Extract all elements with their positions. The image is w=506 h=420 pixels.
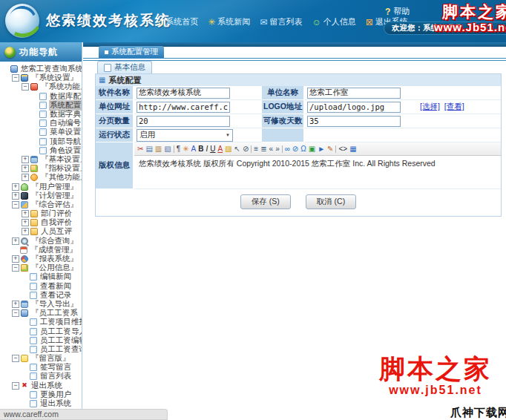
logo-path-input[interactable] <box>307 102 401 113</box>
link-icon[interactable]: ∞ <box>285 145 290 153</box>
image-icon[interactable]: ▣ <box>309 145 315 153</box>
syswin-icon <box>21 74 28 82</box>
paste-word-icon[interactable]: ▧ <box>164 145 171 153</box>
tree-expander-icon[interactable]: + <box>22 174 29 181</box>
window-tab-label: 系统配置管理 <box>111 47 158 57</box>
underline-icon[interactable]: U <box>210 145 215 153</box>
tree-expander-icon[interactable]: + <box>22 210 29 217</box>
logo-path-label: LOGO地址 <box>262 100 305 114</box>
tree-expander-icon[interactable]: + <box>12 192 19 200</box>
window-tab-system-config[interactable]: 系统配置管理 <box>99 46 164 58</box>
outdent-icon[interactable]: « <box>269 145 274 153</box>
tree-expander-icon[interactable]: + <box>22 165 29 172</box>
eval-icon <box>21 201 28 209</box>
page-icon <box>30 364 37 371</box>
sidebar: 功能导航 悠索工资查询系统−『系统设置』−『系统功能』数据库配置系统配置数据字典… <box>0 42 82 410</box>
tree-expander-icon[interactable]: + <box>12 255 19 263</box>
view-link[interactable]: [查看] <box>444 102 464 112</box>
page-size-input[interactable] <box>137 116 230 127</box>
nav-item-1[interactable]: ⌂系统首页 <box>158 16 198 27</box>
tree-expander-icon[interactable]: + <box>22 228 29 235</box>
form-row: 软件名称 单位名称 <box>96 86 501 100</box>
unordered-list-icon[interactable]: ≡ <box>254 145 258 153</box>
font-size-icon[interactable]: A <box>191 145 197 153</box>
run-status-value: 启用 <box>139 130 155 140</box>
unit-url-label: 单位网址 <box>96 100 134 114</box>
unit-name-input[interactable] <box>307 88 401 99</box>
tree-expander-icon[interactable]: + <box>12 183 19 191</box>
grid-icon: ▦ <box>99 76 105 84</box>
save-button[interactable]: 保存 (S) <box>240 194 291 209</box>
help-button[interactable]: ? 帮助 <box>385 6 410 17</box>
toolbar-divider <box>282 145 283 153</box>
special-char-icon[interactable]: ¶ <box>177 145 180 153</box>
software-name-input[interactable] <box>137 88 230 99</box>
unit-url-input[interactable] <box>137 102 230 113</box>
tab-basic-info[interactable]: 基本信息 <box>97 61 152 73</box>
anchor-icon[interactable]: Ω <box>300 145 306 153</box>
highlight-icon[interactable]: ▨ <box>225 145 231 153</box>
cut-icon[interactable]: ✂ <box>137 145 143 153</box>
ordered-list-icon[interactable]: ≣ <box>260 145 266 153</box>
header-bar: 悠索绩效考核系统 ⌂系统首页✳系统新闻✉留言列表☺个人信息⊠退出系统 ? 帮助 … <box>0 0 506 42</box>
editor-content[interactable]: 悠索绩效考核系统 版权所有 Copyright 2010-2015 悠索工作室 … <box>134 156 501 188</box>
folder-icon <box>30 219 38 226</box>
eraser-icon[interactable]: ⊘ <box>243 145 249 153</box>
toolbar-divider <box>174 145 174 153</box>
calendar-icon <box>20 246 27 254</box>
paste-icon[interactable]: ▥ <box>155 145 162 153</box>
run-status-select[interactable]: 启用 ▼ <box>137 129 233 142</box>
italic-icon[interactable]: I <box>206 145 208 153</box>
nav-item-4[interactable]: ☺个人信息 <box>312 16 355 27</box>
tree-expander-icon[interactable]: − <box>12 264 19 272</box>
win-icon <box>30 156 38 163</box>
page-icon <box>39 138 47 145</box>
page-icon <box>30 373 37 380</box>
tree-expander-icon[interactable]: + <box>12 237 19 245</box>
copy-icon[interactable]: ▤ <box>145 145 152 153</box>
tree-expander-icon[interactable]: − <box>22 83 29 91</box>
tree-expander-icon[interactable]: − <box>12 74 19 82</box>
indent-icon[interactable]: » <box>275 145 280 153</box>
rich-text-editor: ✂▤▥▧¶✳ABIUA▨↖⊘≡≣«»∞⊘Ω▣►✎<>▦ 悠索绩效考核系统 版权所… <box>134 142 501 189</box>
notes-icon <box>21 355 28 362</box>
tree-expander-icon[interactable]: − <box>12 382 19 390</box>
editable-days-input[interactable] <box>307 116 401 127</box>
page-icon <box>30 292 37 299</box>
tree-expander-icon[interactable]: − <box>12 355 19 362</box>
font-color-icon[interactable]: A <box>217 145 223 153</box>
page-icon <box>30 318 37 326</box>
navigation-tree: 悠索工资查询系统−『系统设置』−『系统功能』数据库配置系统配置数据字典自动编号菜… <box>0 62 82 408</box>
tree-item[interactable]: 退出系统 <box>0 399 82 408</box>
user-icon <box>21 183 28 191</box>
sidebar-title: 功能导航 <box>19 46 58 59</box>
media-icon[interactable]: ► <box>318 145 325 153</box>
unlink-icon[interactable]: ⊘ <box>292 145 298 153</box>
tree-expander-icon[interactable]: + <box>12 301 19 308</box>
nav-item-3[interactable]: ✉留言列表 <box>260 16 302 27</box>
tree-expander-icon[interactable]: + <box>22 156 29 163</box>
nav-item-2[interactable]: ✳系统新闻 <box>208 16 250 27</box>
watermark-center: 脚本之家 www.jb51.net <box>372 355 499 397</box>
search-icon <box>21 237 28 245</box>
status-url-bubble: www.careff.com <box>0 409 168 420</box>
sidebar-header: 功能导航 <box>0 42 82 62</box>
bold-icon[interactable]: B <box>198 145 203 153</box>
nav-item-label: 留言列表 <box>269 16 302 27</box>
select-icon[interactable]: ↖ <box>234 145 240 153</box>
cancel-button[interactable]: 取消 (C) <box>306 194 357 209</box>
quick-format-icon[interactable]: ✳ <box>183 145 188 153</box>
app-title: 悠索绩效考核系统 <box>46 11 171 30</box>
edit-icon[interactable]: ✎ <box>327 145 333 153</box>
table-icon[interactable]: ▦ <box>349 145 356 153</box>
form-row: 单位网址 LOGO地址 [选择] [查看] <box>96 100 501 114</box>
tree-expander-icon[interactable]: − <box>12 309 19 317</box>
top-nav: ⌂系统首页✳系统新闻✉留言列表☺个人信息⊠退出系统 <box>158 16 408 27</box>
tree-expander-icon[interactable]: + <box>22 219 29 226</box>
choose-link[interactable]: [选择] <box>420 102 440 112</box>
code-icon[interactable]: <> <box>338 145 347 153</box>
content-panel: ▦ 系统配置 软件名称 单位名称 单位网址 LOGO地址 [选择] [查看] 分… <box>95 73 502 217</box>
page-icon <box>30 328 37 335</box>
unit-name-label: 单位名称 <box>262 86 305 100</box>
tree-expander-icon[interactable]: − <box>12 201 19 209</box>
